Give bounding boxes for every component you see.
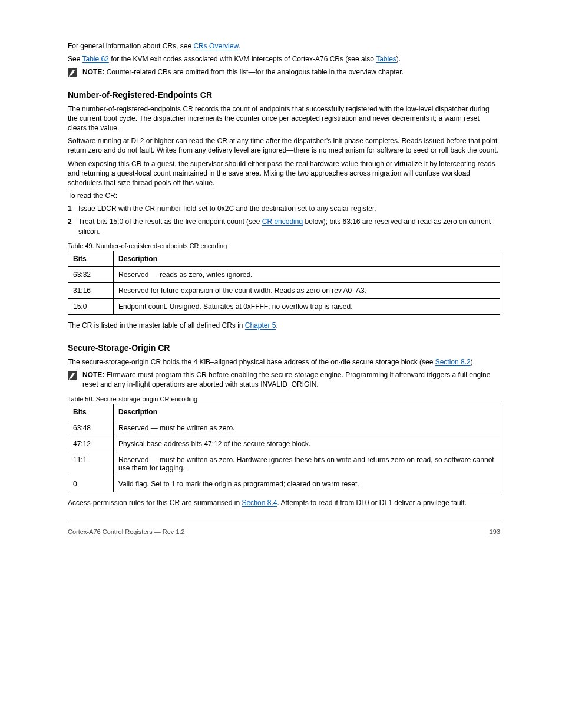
nre-table-title: Table 49. Number-of-registered-endpoints… — [68, 242, 500, 249]
nre-p4: To read the CR: — [68, 191, 500, 200]
step-number: 1 — [68, 204, 78, 213]
cell-bits: 47:12 — [68, 436, 114, 452]
sso-paragraph: The secure-storage-origin CR holds the 4… — [68, 357, 500, 367]
nre-p1: The number-of-registered-endpoints CR re… — [68, 104, 500, 133]
sso-note-body: Firmware must program this CR before ena… — [82, 371, 490, 388]
section-8-4-link[interactable]: Section 8.4 — [242, 499, 277, 507]
kvm-text-mid: for the KVM exit codes associated with K… — [109, 55, 376, 63]
table-62-link[interactable]: Table 62 — [82, 55, 108, 63]
cell-desc: Reserved — reads as zero, writes ignored… — [114, 266, 500, 282]
nre-post-b: . — [276, 321, 278, 330]
sso-heading: Secure-Storage-Origin CR — [68, 343, 500, 353]
footer-left: Cortex-A76 Control Registers — Rev 1.2 — [68, 528, 185, 535]
section-8-2-link[interactable]: Section 8.2 — [435, 358, 471, 366]
nre-heading: Number-of-Registered-Endpoints CR — [68, 90, 500, 100]
intro-text-suffix: . — [238, 42, 240, 50]
col-desc-header: Description — [114, 404, 500, 420]
kvm-text-suffix: ). — [396, 55, 401, 63]
cell-desc: Reserved — must be written as zero. Hard… — [114, 452, 500, 476]
cell-bits: 15:0 — [68, 298, 114, 314]
cell-bits: 63:48 — [68, 420, 114, 436]
cell-bits: 63:32 — [68, 266, 114, 282]
table-row: 47:12 Physical base address bits 47:12 o… — [68, 436, 500, 452]
chapter-5-link[interactable]: Chapter 5 — [245, 321, 276, 330]
cell-bits: 0 — [68, 476, 114, 492]
table-row: 0 Valid flag. Set to 1 to mark the origi… — [68, 476, 500, 492]
sso-note: NOTE: Firmware must program this CR befo… — [68, 370, 500, 389]
kvm-note-label: NOTE: — [82, 68, 104, 76]
table-header-row: Bits Description — [68, 404, 500, 420]
cell-bits: 11:1 — [68, 452, 114, 476]
sso-note-text: NOTE: Firmware must program this CR befo… — [82, 370, 500, 389]
intro-text-prefix: For general information about CRs, see — [68, 42, 193, 50]
sso-post-paragraph: Access-permission rules for this CR are … — [68, 498, 500, 508]
table-row: 31:16 Reserved for future expansion of t… — [68, 282, 500, 298]
nre-table: Bits Description 63:32 Reserved — reads … — [68, 251, 500, 315]
table-header-row: Bits Description — [68, 251, 500, 266]
col-desc-header: Description — [114, 251, 500, 266]
sso-note-label: NOTE: — [82, 371, 104, 379]
sso-table: Bits Description 63:48 Reserved — must b… — [68, 404, 500, 492]
table-row: 63:48 Reserved — must be written as zero… — [68, 420, 500, 436]
step-text-a: Treat bits 15:0 of the result as the liv… — [78, 218, 262, 226]
intro-paragraph: For general information about CRs, see C… — [68, 41, 500, 51]
nre-step-1: 1Issue LDCR with the CR-number field set… — [68, 204, 500, 213]
step-number: 2 — [68, 217, 78, 226]
kvm-note: NOTE: Counter-related CRs are omitted fr… — [68, 67, 500, 77]
page-footer: Cortex-A76 Control Registers — Rev 1.2 1… — [68, 528, 500, 535]
tables-link[interactable]: Tables — [376, 55, 396, 63]
table-row: 63:32 Reserved — reads as zero, writes i… — [68, 266, 500, 282]
col-bits-header: Bits — [68, 404, 114, 420]
kvm-text-prefix: See — [68, 55, 82, 63]
cell-desc: Reserved — must be written as zero. — [114, 420, 500, 436]
sso-post-a: Access-permission rules for this CR are … — [68, 499, 242, 507]
table-row: 11:1 Reserved — must be written as zero.… — [68, 452, 500, 476]
nre-p2: Software running at DL2 or higher can re… — [68, 136, 500, 155]
sso-p-a: The secure-storage-origin CR holds the 4… — [68, 358, 435, 366]
kvm-paragraph: See Table 62 for the KVM exit codes asso… — [68, 54, 500, 64]
cell-desc: Endpoint count. Unsigned. Saturates at 0… — [114, 298, 500, 314]
nre-p3: When exposing this CR to a guest, the su… — [68, 159, 500, 188]
kvm-note-body: Counter-related CRs are omitted from thi… — [104, 68, 404, 76]
note-icon — [68, 68, 77, 77]
nre-post-paragraph: The CR is listed in the master table of … — [68, 321, 500, 330]
note-icon — [68, 371, 77, 380]
cell-desc: Valid flag. Set to 1 to mark the origin … — [114, 476, 500, 492]
sso-table-title: Table 50. Secure-storage-origin CR encod… — [68, 396, 500, 403]
nre-step-2: 2Treat bits 15:0 of the result as the li… — [68, 217, 500, 236]
cell-desc: Physical base address bits 47:12 of the … — [114, 436, 500, 452]
sso-p-b: ). — [471, 358, 475, 366]
crs-overview-link[interactable]: CRs Overview — [193, 42, 238, 50]
kvm-note-text: NOTE: Counter-related CRs are omitted fr… — [82, 67, 404, 77]
cell-desc: Reserved for future expansion of the cou… — [114, 282, 500, 298]
table-row: 15:0 Endpoint count. Unsigned. Saturates… — [68, 298, 500, 314]
sso-post-b: . Attempts to read it from DL0 or DL1 de… — [277, 499, 466, 507]
cr-encoding-link[interactable]: CR encoding — [262, 218, 303, 226]
footer-page-number: 193 — [490, 528, 500, 535]
nre-post-a: The CR is listed in the master table of … — [68, 321, 245, 330]
col-bits-header: Bits — [68, 251, 114, 266]
step-text: Issue LDCR with the CR-number field set … — [78, 205, 376, 213]
cell-bits: 31:16 — [68, 282, 114, 298]
footer-divider — [68, 522, 500, 522]
